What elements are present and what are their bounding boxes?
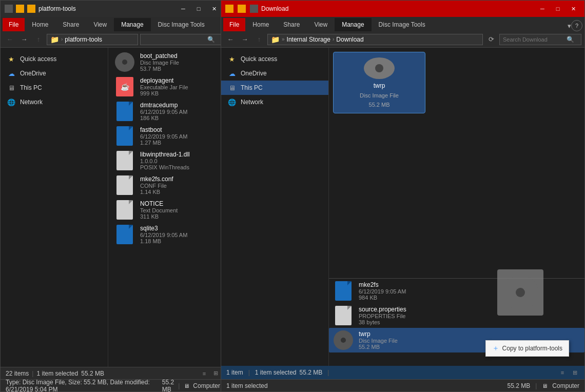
left-address-input[interactable]: 📁 › platform-tools — [47, 34, 138, 45]
right-window-icon1 — [225, 5, 233, 13]
left-minimize-button[interactable]: ─ — [176, 2, 190, 16]
right-minimize-button[interactable]: ─ — [535, 2, 550, 16]
file-name-libwinpthread: libwinpthread-1.dll — [140, 151, 219, 158]
right-tab-file[interactable]: File — [223, 18, 245, 31]
overlay-selected-info: 1 item selected — [255, 369, 297, 376]
right-tab-manage[interactable]: Manage — [335, 18, 371, 31]
left-status-divider1: | — [32, 370, 33, 377]
file-meta-deployagent: Executable Jar File 999 KB — [140, 84, 219, 96]
table-row[interactable]: source.properties PROPERTIES File 38 byt… — [329, 303, 584, 328]
left-view-list-icon[interactable]: ≡ — [200, 369, 209, 378]
file-meta-fastboot: 6/12/2019 9:05 AM 1.27 MB — [140, 133, 219, 146]
expand-ribbon-icon[interactable]: ▾ — [568, 22, 571, 30]
left-view-detail-icon[interactable]: ⊞ — [211, 369, 220, 378]
file-name-boot-patched: boot_patched — [140, 52, 219, 60]
right-computer-label: Computer — [552, 382, 579, 389]
file-info-mke2fs: mke2fs 6/12/2019 9:05 AM 984 KB — [359, 281, 580, 301]
left-type-bar: Type: Disc Image File, Size: 55.2 MB, Da… — [1, 379, 225, 391]
left-sidebar-item-quick-access[interactable]: ★ Quick access — [1, 52, 108, 66]
right-tab-share[interactable]: Share — [276, 18, 307, 31]
large-file-item-twrp[interactable]: twrp Disc Image File 55.2 MB — [333, 52, 425, 113]
right-title-icons — [225, 5, 258, 13]
table-row[interactable]: fastboot 6/12/2019 9:05 AM 1.27 MB — [110, 124, 223, 148]
file-info-libwinpthread: libwinpthread-1.dll 1.0.0.0 POSIX WinThr… — [140, 151, 219, 170]
left-maximize-button[interactable]: □ — [191, 2, 206, 16]
file-icon-notice — [114, 200, 135, 220]
left-tab-manage[interactable]: Manage — [114, 18, 150, 31]
disc-icon-twrp-bottom — [334, 330, 353, 350]
white-file-icon-notice — [116, 200, 133, 220]
left-size-right: 55.2 MB — [162, 379, 174, 393]
left-search-input[interactable] — [144, 36, 205, 43]
computer-icon-left: 🖥 — [184, 383, 189, 389]
left-back-button[interactable]: ← — [4, 33, 16, 46]
left-tab-home[interactable]: Home — [25, 18, 55, 31]
table-row[interactable]: boot_patched Disc Image File 53.7 MB — [110, 50, 223, 74]
right-maximize-button[interactable]: □ — [551, 2, 565, 16]
right-tab-home[interactable]: Home — [245, 18, 276, 31]
right-address-input[interactable]: 📁 » Internal Storage › Download — [267, 34, 483, 45]
large-disc-icon-twrp — [364, 57, 395, 79]
right-sidebar-item-this-pc[interactable]: 🖥 This PC — [221, 81, 328, 95]
right-close-button[interactable]: ✕ — [566, 2, 580, 16]
left-address-chevron: › — [61, 36, 63, 42]
table-row[interactable]: mke2fs 6/12/2019 9:05 AM 984 KB — [329, 279, 584, 303]
right-back-button[interactable]: ← — [224, 33, 237, 46]
left-sidebar-item-this-pc[interactable]: 🖥 This PC — [1, 81, 108, 95]
left-selected-info: 1 item selected — [36, 370, 78, 377]
left-sidebar-item-onedrive[interactable]: ☁ OneDrive — [1, 66, 108, 81]
left-tab-file[interactable]: File — [3, 18, 25, 31]
left-tab-share[interactable]: Share — [55, 18, 86, 31]
file-meta-source-properties: PROPERTIES File 38 bytes — [359, 313, 580, 325]
right-sidebar-item-quick-access[interactable]: ★ Quick access — [221, 52, 328, 66]
file-name-fastboot: fastboot — [140, 126, 219, 133]
table-row[interactable]: mke2fs.conf CONF File 1.14 KB — [110, 173, 223, 198]
blue-file-icon-fastboot — [116, 126, 133, 146]
left-search-icon: 🔍 — [207, 36, 215, 43]
right-window-controls: ─ □ ✕ — [535, 2, 580, 16]
file-icon-deployagent: ☕ — [114, 76, 135, 97]
right-main-area: ★ Quick access ☁ OneDrive 🖥 This PC 🌐 Ne… — [221, 48, 584, 377]
left-window: platform-tools ─ □ ✕ File Home Share Vie… — [0, 0, 226, 392]
right-search-input[interactable] — [503, 36, 564, 43]
left-type-info: Type: Disc Image File, Size: 55.2 MB, Da… — [6, 379, 162, 393]
overlay-sep2: | — [327, 369, 329, 376]
left-window-controls: ─ □ ✕ — [176, 2, 221, 16]
file-icon-mke2fs-conf — [114, 175, 135, 195]
left-file-list: boot_patched Disc Image File 53.7 MB ☕ d… — [108, 48, 225, 377]
table-row[interactable]: dmtracedump 6/12/2019 9:05 AM 186 KB — [110, 99, 223, 124]
right-up-button[interactable]: ↑ — [253, 33, 265, 46]
right-view-list-icon[interactable]: ≡ — [558, 368, 567, 377]
file-icon-sqlite3 — [114, 224, 135, 245]
left-close-button[interactable]: ✕ — [207, 2, 221, 16]
right-view-detail-icon[interactable]: ⊞ — [570, 368, 579, 377]
left-address-bar: ← → ↑ 📁 › platform-tools 🔍 — [1, 31, 225, 48]
overlay-selected-size: 55.2 MB — [300, 369, 323, 376]
right-forward-button[interactable]: → — [239, 33, 251, 46]
left-tab-disc-image-tools[interactable]: Disc Image Tools — [151, 18, 212, 31]
left-tab-view[interactable]: View — [86, 18, 114, 31]
left-sidebar-item-network[interactable]: 🌐 Network — [1, 95, 108, 109]
left-search-box[interactable]: 🔍 — [140, 34, 222, 45]
help-button[interactable]: ? — [571, 20, 582, 31]
right-window: Download ─ □ ✕ File Home Share View Mana… — [221, 0, 585, 392]
right-tab-view[interactable]: View — [307, 18, 335, 31]
file-info-notice: NOTICE Text Document 311 KB — [140, 200, 219, 220]
right-tab-disc-image-tools[interactable]: Disc Image Tools — [372, 18, 433, 31]
right-sidebar-item-onedrive[interactable]: ☁ OneDrive — [221, 66, 328, 81]
table-row[interactable]: NOTICE Text Document 311 KB — [110, 198, 223, 222]
left-forward-button[interactable]: → — [18, 33, 30, 46]
file-meta-mke2fs-conf: CONF File 1.14 KB — [140, 183, 219, 195]
left-onedrive-label: OneDrive — [20, 70, 46, 77]
table-row[interactable]: ☕ deployagent Executable Jar File 999 KB — [110, 74, 223, 99]
table-row[interactable]: libwinpthread-1.dll 1.0.0.0 POSIX WinThr… — [110, 148, 223, 173]
table-row[interactable]: sqlite3 6/12/2019 9:05 AM 1.18 MB — [110, 222, 223, 247]
right-search-box[interactable]: 🔍 — [499, 34, 581, 45]
right-sidebar-item-network[interactable]: 🌐 Network — [221, 95, 328, 109]
right-view-controls: ≡ ⊞ — [558, 368, 579, 377]
right-refresh-button[interactable]: ⟳ — [485, 33, 497, 46]
left-up-button[interactable]: ↑ — [32, 33, 45, 46]
file-name-dmtracedump: dmtracedump — [140, 102, 219, 109]
large-file-name-twrp: twrp — [374, 82, 385, 89]
left-window-icon3 — [27, 5, 35, 13]
